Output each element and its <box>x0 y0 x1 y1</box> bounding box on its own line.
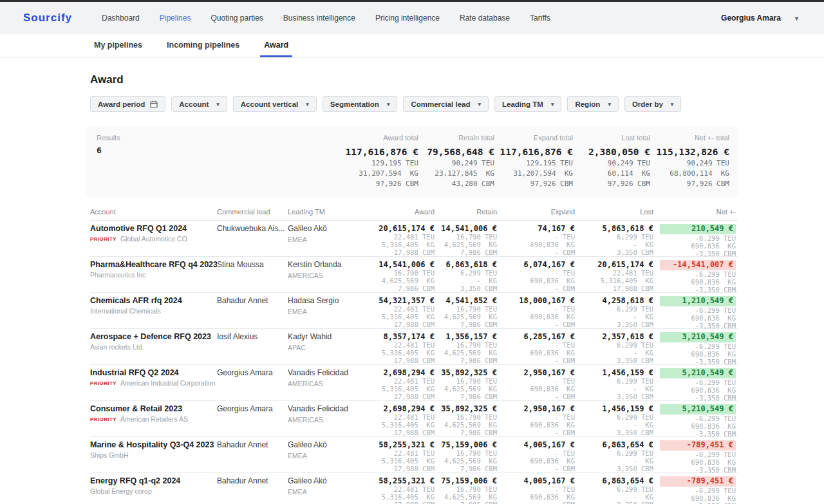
leading-tm-region: EMEA <box>288 488 355 496</box>
summary-total-cbm: 97,926 CBM <box>494 179 573 189</box>
table-row[interactable]: Automotive RFQ Q1 2024 PRIORITY Global A… <box>90 221 738 257</box>
filter-segmentation[interactable]: Segmentation ▾ <box>323 96 398 112</box>
account-title: Energy RFQ q1-q2 2024 <box>90 476 217 485</box>
filter-leading-tm[interactable]: Leading TM ▾ <box>494 96 561 112</box>
account-subtitle: American Industrial Corporation <box>120 379 216 387</box>
table-row[interactable]: Aerospace + Defence RFQ 2023 Asian rocke… <box>90 329 738 365</box>
results-label: Results <box>97 133 296 142</box>
table-row[interactable]: Industrial RFQ Q2 2024 PRIORITY American… <box>90 365 738 401</box>
user-menu[interactable]: Georgius Amara ▾ <box>721 14 798 23</box>
cell-lost: 6,863,654 € 6,299 TEU - KG 3,350 CBM <box>575 476 653 504</box>
table-row[interactable]: Consumer & Retail 2023 PRIORITY American… <box>90 401 738 437</box>
cell-net: 5,210,549 € -6,299 TEU 690,836 KG -3,350… <box>653 368 736 400</box>
cell-account: Aerospace + Defence RFQ 2023 Asian rocke… <box>90 332 217 364</box>
leading-tm-region: EMEA <box>288 236 355 243</box>
net-value-chip: 3,210,549 € <box>660 332 736 342</box>
subtab-label: My pipelines <box>94 41 142 50</box>
nav-item-label: Pipelines <box>160 14 191 23</box>
cell-leading-tm: Hadasa Sergio EMEA <box>288 296 355 328</box>
summary-lost-total: Lost total 2,380,050 € 90,249 TEU 60,114… <box>573 133 650 189</box>
table-header-commercial-lead: Commercial lead <box>217 208 288 216</box>
cell-net: -14,541,007 € -6,299 TEU 690,836 KG -3,3… <box>653 260 736 292</box>
tab-award[interactable]: Award <box>260 34 292 57</box>
account-subtitle: Ships GmbH <box>90 451 129 459</box>
cell-account: Pharma&Healthcare RFQ q4 2023 Pharmaceut… <box>90 260 217 292</box>
summary-award-total: Award total 117,616,876 € 129,195 TEU 31… <box>296 133 418 189</box>
cell-leading-tm: Vanadis Felicidad AMERICAS <box>288 404 355 436</box>
page-title: Award <box>90 73 738 86</box>
cell-net: -789,451 € -6,299 TEU 690,836 KG -3,350 … <box>653 476 736 504</box>
commercial-lead-name: Chukwuebuka Ais... <box>217 224 288 233</box>
commercial-lead-name: Georgius Amara <box>217 404 288 413</box>
summary-total-teu: 129,195 TEU <box>296 158 418 169</box>
net-value-chip: -14,541,007 € <box>660 260 736 270</box>
chevron-down-icon: ▾ <box>478 101 481 107</box>
nav-item-business-intelligence[interactable]: Business intelligence <box>283 14 355 23</box>
leading-tm-region: APAC <box>288 344 355 351</box>
cell-commercial-lead: Georgius Amara <box>217 404 288 436</box>
cell-retain: 6,863,618 € 6,299 TEU - KG 3,350 CBM <box>435 260 497 292</box>
cell-leading-tm: Galileo Akö EMEA <box>288 476 355 504</box>
cell-net: 5,210,549 € -6,299 TEU 690,836 KG -3,350… <box>653 404 736 436</box>
filter-region[interactable]: Region ▾ <box>567 96 619 112</box>
table-row[interactable]: Energy RFQ q1-q2 2024 Global Energy coro… <box>90 473 738 504</box>
summary-total-label: Award total <box>296 133 418 142</box>
cell-award: 8,357,174 € 22,481 TEU 5,316,405 KG 17,9… <box>355 332 435 364</box>
leading-tm-region: EMEA <box>288 452 355 460</box>
summary-net-total: Net +- total 115,132,826 € 90,249 TEU 68… <box>650 133 729 189</box>
priority-badge: PRIORITY <box>90 380 117 386</box>
leading-tm-name: Vanadis Felicidad <box>288 404 355 413</box>
account-subtitle: Pharmaceutics Inc <box>90 271 145 279</box>
cell-lost: 6,863,654 € 6,299 TEU - KG 3,350 CBM <box>575 440 653 472</box>
table-row[interactable]: Chemicals AFR rfq 2024 International Che… <box>90 293 738 329</box>
filter-account-vertical[interactable]: Account vertical ▾ <box>233 96 317 112</box>
cell-expand: 2,950,167 € - TEU 690,836 KG - CBM <box>497 404 575 436</box>
cell-award: 2,698,294 € 22,481 TEU 5,316,405 KG 17,9… <box>355 368 435 400</box>
cell-leading-tm: Kerstin Orlanda AMERICAS <box>288 260 355 292</box>
filter-label: Order by <box>632 100 663 108</box>
nav-item-label: Quoting parties <box>211 14 263 23</box>
account-title: Industrial RFQ Q2 2024 <box>90 368 217 377</box>
leading-tm-name: Vanadis Felicidad <box>288 368 355 377</box>
tab-incoming-pipelines[interactable]: Incoming pipelines <box>163 34 243 57</box>
filter-commercial-lead[interactable]: Commercial lead ▾ <box>403 96 489 112</box>
filter-order-by[interactable]: Order by ▾ <box>624 96 681 112</box>
table-header-award: Award <box>355 208 435 216</box>
nav-item-quoting-parties[interactable]: Quoting parties <box>211 14 263 23</box>
summary-total-cbm: 43,280 CBM <box>418 179 494 189</box>
nav-item-pricing-intelligence[interactable]: Pricing intelligence <box>375 14 440 23</box>
summary-total-teu: 129,195 TEU <box>494 158 573 169</box>
nav-item-pipelines[interactable]: Pipelines <box>160 14 191 23</box>
filter-label: Region <box>575 100 600 108</box>
cell-leading-tm: Vanadis Felicidad AMERICAS <box>288 368 355 400</box>
cell-lost: 4,258,618 € 6,299 TEU - KG 3,350 CBM <box>575 296 653 328</box>
filter-account[interactable]: Account ▾ <box>171 96 227 112</box>
brand-logo[interactable]: Sourcify <box>23 12 72 24</box>
account-title: Chemicals AFR rfq 2024 <box>90 296 217 305</box>
tab-my-pipelines[interactable]: My pipelines <box>90 34 146 57</box>
nav-item-dashboard[interactable]: Dashboard <box>102 14 140 23</box>
priority-badge: PRIORITY <box>90 236 117 242</box>
commercial-lead-name: Bahadur Annet <box>217 440 288 449</box>
cell-award: 14,541,006 € 16,790 TEU 4,625,569 KG 7,9… <box>355 260 435 292</box>
cell-commercial-lead: Chukwuebuka Ais... <box>217 224 288 256</box>
top-navigation: Sourcify DashboardPipelinesQuoting parti… <box>0 2 824 34</box>
cell-award: 2,698,294 € 22,481 TEU 5,316,405 KG 17,9… <box>355 404 435 436</box>
cell-expand: 2,950,167 € - TEU 690,836 KG - CBM <box>497 368 575 400</box>
summary-total-teu: 90,249 TEU <box>418 158 494 169</box>
nav-item-label: Rate database <box>460 14 510 23</box>
filter-award-period[interactable]: Award period <box>90 96 165 112</box>
table-row[interactable]: Marine & Hospitality Q3-Q4 2023 Ships Gm… <box>90 437 738 473</box>
leading-tm-name: Kerstin Orlanda <box>288 260 355 269</box>
cell-leading-tm: Galileo Akö EMEA <box>288 440 355 472</box>
nav-item-tariffs[interactable]: Tariffs <box>530 14 550 23</box>
table-row[interactable]: Pharma&Healthcare RFQ q4 2023 Pharmaceut… <box>90 257 738 293</box>
summary-total-label: Lost total <box>573 133 650 142</box>
commercial-lead-name: Georgius Amara <box>217 368 288 377</box>
cell-lost: 1,456,159 € 6,299 TEU - KG 3,350 CBM <box>575 404 653 436</box>
account-subtitle: American Retailers AS <box>120 415 188 423</box>
nav-item-rate-database[interactable]: Rate database <box>460 14 510 23</box>
summary-total-eur: 117,616,876 € <box>494 145 573 158</box>
cell-lost: 20,615,174 € 22,481 TEU 5,316,405 KG 17,… <box>575 260 653 292</box>
account-subtitle: Asian rockets Ltd. <box>90 343 144 351</box>
